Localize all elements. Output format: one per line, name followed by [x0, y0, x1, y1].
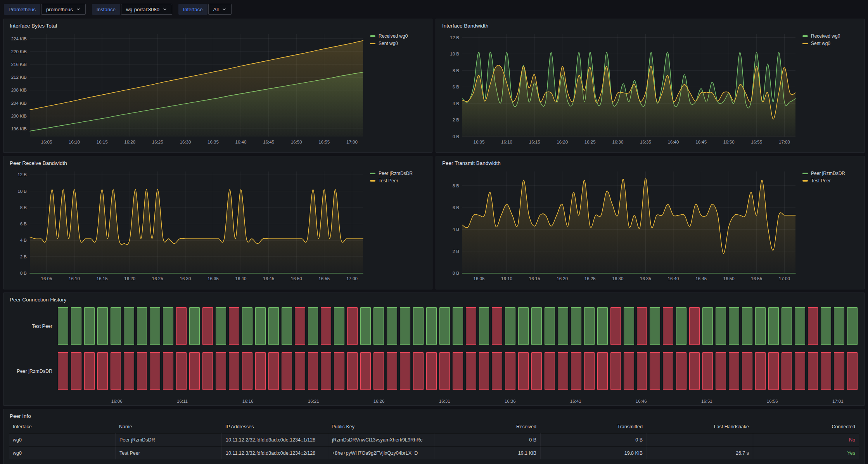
state-connected-bar — [505, 307, 515, 345]
peer-transmit-bandwidth-canvas[interactable]: 0 B2 B4 B6 B8 B16:0516:1016:1516:2016:25… — [441, 167, 799, 283]
x-tick-label: 16:50 — [723, 140, 735, 144]
chart-svg: 196 KiB200 KiB204 KiB208 KiB212 KiB216 K… — [8, 29, 366, 147]
state-connected-bar — [71, 307, 81, 345]
x-tick-label: 16:26 — [373, 399, 385, 403]
cell-connected: Yes — [753, 446, 859, 459]
state-disconnected-bar — [729, 352, 739, 390]
peer-receive-bandwidth-canvas[interactable]: 0 B2 B4 B6 B8 B10 B12 B16:0516:1016:1516… — [8, 167, 366, 283]
panel-peer-info: Peer Info InterfaceNameIP AddressesPubli… — [3, 409, 865, 464]
variable-dropdown-instance[interactable]: wg-portal:8080 — [121, 4, 172, 15]
state-disconnected-bar — [597, 352, 608, 390]
y-tick-label: 12 B — [17, 172, 27, 177]
series-area-test-peer — [30, 190, 363, 274]
timeline-bars — [58, 352, 858, 390]
x-tick-label: 16:05 — [41, 140, 52, 144]
x-tick-label: 16:30 — [612, 140, 624, 144]
peer-transmit-bandwidth-legend: Peer jRzmDsDRTest Peer — [799, 167, 860, 283]
x-tick-label: 16:05 — [474, 276, 485, 281]
state-connected-bar — [479, 307, 489, 345]
state-connected-bar — [58, 307, 68, 345]
y-tick-label: 10 B — [450, 52, 459, 56]
state-disconnected-bar — [321, 352, 331, 390]
state-connected-bar — [558, 307, 568, 345]
x-tick-label: 16:15 — [97, 140, 108, 144]
column-header-transmitted[interactable]: Transmitted — [540, 421, 647, 433]
column-header-received[interactable]: Received — [434, 421, 540, 433]
state-disconnected-bar — [531, 352, 542, 390]
peer-connection-history-canvas: Test PeerPeer jRzmDsDR16:0616:1116:1616:… — [8, 303, 860, 406]
x-tick-label: 16:25 — [584, 276, 596, 281]
x-tick-label: 16:35 — [640, 276, 651, 281]
panel-title-peer-info[interactable]: Peer Info — [8, 412, 860, 420]
state-connected-bar — [795, 307, 805, 345]
cell-transmitted: 0 B — [540, 433, 647, 446]
state-connected-bar — [373, 307, 384, 345]
state-disconnected-bar — [84, 352, 95, 390]
legend-swatch-icon — [370, 180, 375, 182]
panel-peer-transmit-bandwidth: Peer Transmit Bandwidth 0 B2 B4 B6 B8 B1… — [436, 156, 865, 289]
x-tick-label: 16:35 — [207, 276, 219, 281]
state-disconnected-bar — [360, 352, 371, 390]
variable-dropdown-prometheus[interactable]: prometheus — [41, 4, 86, 15]
column-header-public-key[interactable]: Public Key — [328, 421, 434, 433]
x-tick-label: 17:00 — [346, 140, 358, 144]
variable-dropdown-interface[interactable]: All — [208, 4, 232, 15]
state-disconnected-bar — [242, 352, 252, 390]
state-connected-bar — [163, 307, 173, 345]
dashboard-grid: Interface Bytes Total 196 KiB200 KiB204 … — [3, 19, 865, 464]
variable-label-prometheus: Prometheus — [4, 4, 40, 15]
state-connected-bar — [124, 307, 134, 345]
x-tick-label: 16:30 — [180, 276, 191, 281]
column-header-ip-addresses[interactable]: IP Addresses — [221, 421, 328, 433]
cell-interface: wg0 — [9, 433, 115, 446]
interface-bytes-total-canvas[interactable]: 196 KiB200 KiB204 KiB208 KiB212 KiB216 K… — [8, 29, 366, 147]
state-connected-bar — [84, 307, 95, 345]
state-disconnected-bar — [216, 352, 226, 390]
legend-item-sent-wg0[interactable]: Sent wg0 — [802, 41, 860, 46]
legend-label: Received wg0 — [811, 33, 840, 39]
y-tick-label: 6 B — [453, 205, 460, 210]
cell-public-key: jRzmDsDRVnwCt13vsyamXherk9L9RhRc — [328, 433, 434, 446]
panel-title-peer-receive-bandwidth[interactable]: Peer Receive Bandwidth — [8, 159, 427, 167]
legend-item-peer-jrzmdsdr[interactable]: Peer jRzmDsDR — [802, 171, 860, 176]
state-disconnected-bar — [189, 352, 200, 390]
state-connected-bar — [821, 307, 831, 345]
cell-last-handshake — [647, 433, 753, 446]
y-tick-label: 12 B — [450, 35, 459, 40]
x-tick-label: 16:20 — [557, 276, 568, 281]
column-header-connected[interactable]: Connected — [753, 421, 859, 433]
state-connected-bar — [531, 307, 542, 345]
state-disconnected-bar — [347, 352, 358, 390]
column-header-last-handshake[interactable]: Last Handshake — [647, 421, 753, 433]
panel-title-interface-bandwidth[interactable]: Interface Bandwidth — [441, 21, 860, 29]
legend-item-test-peer[interactable]: Test Peer — [370, 178, 427, 184]
state-disconnected-bar — [795, 352, 805, 390]
x-tick-label: 16:40 — [668, 140, 679, 144]
timeline-row-label: Peer jRzmDsDR — [8, 352, 58, 390]
x-tick-label: 16:20 — [557, 140, 568, 144]
legend-swatch-icon — [370, 43, 375, 44]
legend-item-peer-jrzmdsdr[interactable]: Peer jRzmDsDR — [370, 171, 427, 176]
legend-label: Test Peer — [379, 178, 398, 184]
state-connected-bar — [782, 307, 792, 345]
state-disconnected-bar — [834, 352, 844, 390]
legend-item-sent-wg0[interactable]: Sent wg0 — [370, 41, 427, 46]
panel-title-peer-transmit-bandwidth[interactable]: Peer Transmit Bandwidth — [441, 159, 860, 167]
column-header-interface[interactable]: Interface — [9, 421, 115, 433]
legend-item-test-peer[interactable]: Test Peer — [802, 178, 860, 184]
state-disconnected-bar — [71, 352, 81, 390]
variable-group-prometheus: Prometheusprometheus — [4, 4, 86, 15]
interface-bandwidth-canvas[interactable]: 0 B2 B4 B6 B8 B10 B12 B16:0516:1016:1516… — [441, 29, 799, 147]
panel-title-interface-bytes-total[interactable]: Interface Bytes Total — [8, 21, 427, 29]
x-tick-label: 16:10 — [69, 276, 80, 281]
cell-received: 0 B — [434, 433, 540, 446]
column-header-name[interactable]: Name — [115, 421, 221, 433]
state-disconnected-bar — [558, 352, 568, 390]
y-tick-label: 208 KiB — [11, 88, 27, 92]
legend-item-received-wg0[interactable]: Received wg0 — [370, 33, 427, 39]
legend-item-received-wg0[interactable]: Received wg0 — [802, 33, 860, 39]
y-tick-label: 4 B — [453, 101, 460, 106]
panel-title-peer-connection-history[interactable]: Peer Connection History — [8, 295, 860, 303]
state-disconnected-bar — [584, 352, 595, 390]
series-area-sent-wg0 — [30, 41, 363, 137]
